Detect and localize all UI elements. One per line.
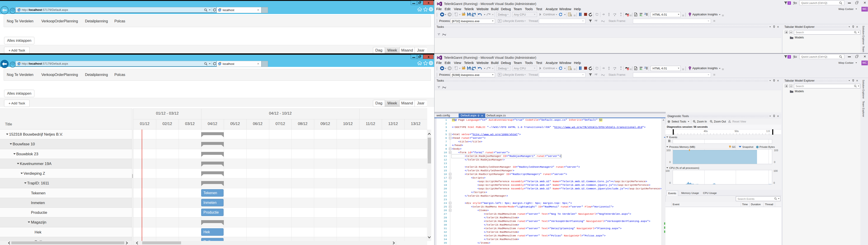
svg-text:2: 2 xyxy=(645,13,646,15)
svg-text:2: 2 xyxy=(645,67,646,69)
